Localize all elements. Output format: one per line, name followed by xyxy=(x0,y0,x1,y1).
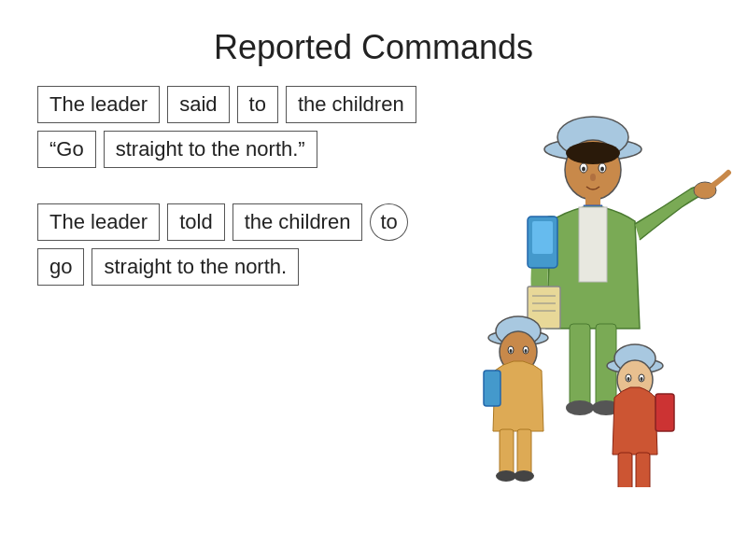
svg-point-8 xyxy=(590,174,596,181)
svg-rect-42 xyxy=(618,453,632,487)
svg-point-29 xyxy=(525,349,528,353)
box-to-rounded: to xyxy=(370,203,407,241)
box-straight-north-quote: straight to the north.” xyxy=(104,131,317,168)
reported-speech-row2: go straight to the north. xyxy=(37,248,430,286)
page-title: Reported Commands xyxy=(0,0,747,86)
box-straight-north: straight to the north. xyxy=(92,248,299,286)
svg-rect-43 xyxy=(636,453,650,487)
box-the-leader-2: The leader xyxy=(37,203,160,241)
svg-point-7 xyxy=(600,167,604,172)
svg-point-32 xyxy=(496,470,516,482)
box-to-1: to xyxy=(237,86,278,123)
svg-rect-11 xyxy=(579,207,607,282)
svg-point-39 xyxy=(627,377,630,381)
box-the-leader-1: The leader xyxy=(37,86,160,123)
box-told: told xyxy=(167,203,224,241)
illustration xyxy=(439,86,738,487)
svg-point-27 xyxy=(510,349,513,353)
left-panel: The leader said to the children “Go stra… xyxy=(37,86,430,487)
svg-rect-46 xyxy=(655,394,674,431)
box-go-quote: “Go xyxy=(37,131,96,168)
svg-point-5 xyxy=(582,167,585,172)
svg-point-33 xyxy=(514,470,534,482)
box-go: go xyxy=(37,248,84,286)
direct-speech-row2: “Go straight to the north.” xyxy=(37,131,430,168)
direct-speech-row1: The leader said to the children xyxy=(37,86,430,123)
svg-rect-17 xyxy=(570,324,590,408)
box-said: said xyxy=(167,86,229,123)
box-the-children-1: the children xyxy=(286,86,416,123)
right-panel xyxy=(430,86,747,487)
reported-speech-row1: The leader told the children to xyxy=(37,203,430,241)
svg-point-3 xyxy=(566,142,620,164)
svg-rect-22 xyxy=(532,221,553,254)
svg-point-41 xyxy=(641,377,643,381)
box-the-children-2: the children xyxy=(233,203,363,241)
svg-rect-30 xyxy=(500,429,514,476)
svg-point-19 xyxy=(566,400,594,415)
svg-rect-31 xyxy=(517,429,531,476)
svg-rect-34 xyxy=(484,371,500,406)
